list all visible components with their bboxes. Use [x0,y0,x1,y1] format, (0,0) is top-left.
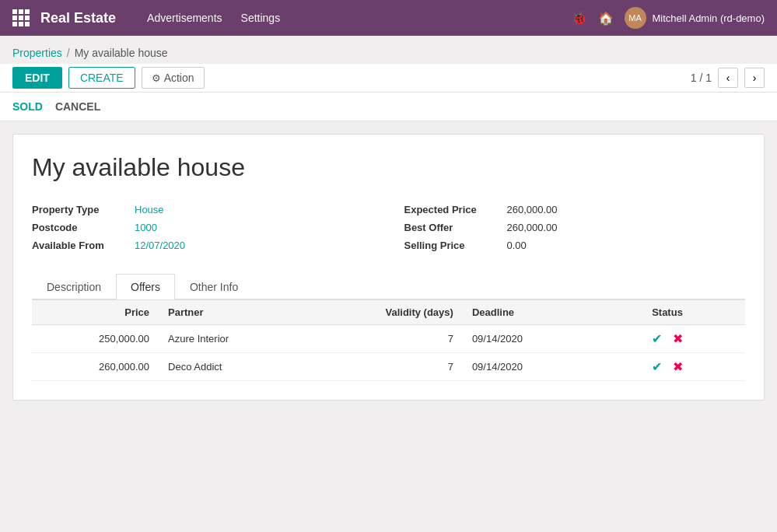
field-value-selling-price: 0.00 [507,240,527,251]
status-bar: SOLD CANCEL [0,93,777,121]
field-label-property-type: Property Type [32,204,125,215]
cancel-button[interactable]: CANCEL [55,97,100,116]
accept-icon-1[interactable]: ✔ [652,332,662,345]
field-label-expected-price: Expected Price [404,204,498,215]
offer-validity-2: 7 [304,353,463,381]
offers-table: Price Partner Validity (days) Deadline S… [32,299,745,381]
nav-advertisements[interactable]: Advertisements [147,12,222,24]
nav-settings[interactable]: Settings [241,12,281,24]
table-header-row: Price Partner Validity (days) Deadline S… [32,300,745,325]
col-header-price: Price [32,300,159,325]
breadcrumb-current: My available house [75,47,168,59]
home-icon[interactable]: 🏠 [598,11,614,26]
col-header-deadline: Deadline [463,300,590,325]
field-value-postcode: 1000 [135,222,157,233]
fields-grid: Property Type House Postcode 1000 Availa… [32,204,745,251]
offer-validity-1: 7 [304,325,463,353]
pagination: 1 / 1 ‹ › [691,68,765,88]
main-content: My available house Property Type House P… [0,121,777,413]
field-best-offer: Best Offer 260,000.00 [404,222,746,233]
field-label-postcode: Postcode [32,222,125,233]
sold-button[interactable]: SOLD [12,97,43,116]
offer-partner-2: Deco Addict [159,353,304,381]
reject-icon-2[interactable]: ✖ [673,360,683,373]
col-header-status: Status [590,300,745,325]
field-value-property-type: House [135,204,164,215]
table-row: 260,000.00 Deco Addict 7 09/14/2020 ✔ ✖ [32,353,745,381]
breadcrumb-separator: / [67,47,70,59]
field-value-best-offer: 260,000.00 [507,222,558,233]
offer-price-2: 260,000.00 [32,353,159,381]
offer-deadline-1: 09/14/2020 [463,325,590,353]
pagination-next[interactable]: › [744,68,765,88]
create-button[interactable]: CREATE [68,67,135,89]
app-grid-icon[interactable] [12,9,30,26]
offer-partner-1: Azure Interior [159,325,304,353]
accept-icon-2[interactable]: ✔ [652,360,662,373]
field-value-available-from: 12/07/2020 [135,240,185,251]
col-header-partner: Partner [159,300,304,325]
record-card: My available house Property Type House P… [12,134,765,401]
nav-links: Advertisements Settings [147,12,571,24]
tab-description[interactable]: Description [32,274,116,299]
avatar: MA [625,7,646,29]
tab-other-info[interactable]: Other Info [175,274,253,299]
action-button[interactable]: ⚙ Action [142,67,205,89]
offer-deadline-2: 09/14/2020 [463,353,590,381]
offer-status-2: ✔ ✖ [590,353,745,381]
field-postcode: Postcode 1000 [32,222,373,233]
tab-offers[interactable]: Offers [116,274,175,299]
offer-status-1: ✔ ✖ [590,325,745,353]
reject-icon-1[interactable]: ✖ [673,332,683,345]
breadcrumb-parent[interactable]: Properties [12,47,62,59]
table-row: 250,000.00 Azure Interior 7 09/14/2020 ✔… [32,325,745,353]
app-title: Real Estate [40,10,116,26]
user-menu[interactable]: MA Mitchell Admin (rd-demo) [625,7,765,29]
field-value-expected-price: 260,000.00 [507,204,558,215]
action-bar: EDIT CREATE ⚙ Action 1 / 1 ‹ › [0,64,777,93]
offer-price-1: 250,000.00 [32,325,159,353]
fields-left: Property Type House Postcode 1000 Availa… [32,204,373,251]
pagination-text: 1 / 1 [691,72,712,84]
user-name: Mitchell Admin (rd-demo) [653,12,765,24]
field-label-best-offer: Best Offer [404,222,498,233]
field-label-selling-price: Selling Price [404,240,498,251]
record-title: My available house [32,153,745,182]
fields-right: Expected Price 260,000.00 Best Offer 260… [404,204,746,251]
tabs: Description Offers Other Info [32,273,745,299]
edit-button[interactable]: EDIT [12,67,62,89]
breadcrumb: Properties / My available house [0,36,777,64]
field-expected-price: Expected Price 260,000.00 [404,204,746,215]
col-header-validity: Validity (days) [304,300,463,325]
gear-icon: ⚙ [152,72,161,84]
top-navigation: Real Estate Advertisements Settings 🐞 🏠 … [0,0,777,36]
field-available-from: Available From 12/07/2020 [32,240,373,251]
field-label-available-from: Available From [32,240,125,251]
pagination-prev[interactable]: ‹ [718,68,738,88]
bug-icon[interactable]: 🐞 [572,11,587,26]
field-selling-price: Selling Price 0.00 [404,240,746,251]
field-property-type: Property Type House [32,204,373,215]
nav-right: 🐞 🏠 MA Mitchell Admin (rd-demo) [572,7,765,29]
